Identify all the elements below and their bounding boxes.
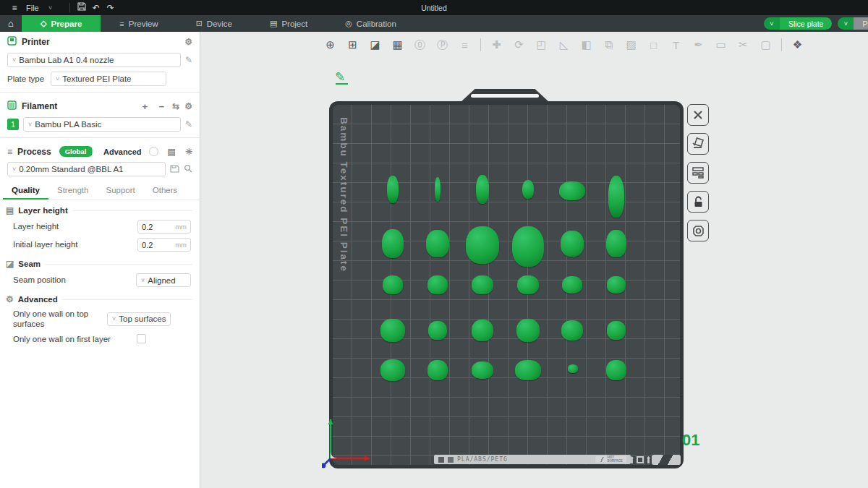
parameter-list-icon[interactable]: ▤ [168,147,176,157]
process-tabs: Quality Strength Support Others [0,179,200,200]
save-preset-icon[interactable] [170,164,179,175]
model-object[interactable] [517,275,539,294]
plate-screws [630,456,650,463]
model-object[interactable] [476,175,489,204]
flush-volumes-icon[interactable]: ⇆ [172,101,179,111]
model-object[interactable] [606,360,626,380]
chevron-down-icon[interactable]: ˅ [43,4,58,12]
edit-plate-name-icon[interactable]: ✎ [335,69,351,85]
delete-plate-button[interactable] [687,104,709,126]
tab-calibration[interactable]: ◎ Calibration [326,15,415,32]
model-object[interactable] [512,226,544,267]
model-object[interactable] [515,360,541,380]
initial-layer-height-input[interactable]: 0.2 mm [137,238,191,252]
tab-others[interactable]: Others [144,183,187,200]
model-object[interactable] [472,320,493,341]
model-object[interactable] [559,181,585,200]
model-object[interactable] [607,321,626,340]
layer-height-input[interactable]: 0.2 mm [137,220,191,234]
undo-icon[interactable]: ↶ [89,3,103,13]
home-button[interactable]: ⌂ [0,15,22,32]
plate-type-select[interactable]: ˅ Textured PEI Plate [51,72,166,86]
filament-edit-icon[interactable]: ✎ [185,119,192,129]
slice-dropdown-icon[interactable]: ˅ [764,17,780,30]
model-object[interactable] [607,276,626,294]
hamburger-icon[interactable]: ≡ [7,3,22,13]
model-object[interactable] [382,229,404,258]
model-object[interactable] [606,230,626,257]
scope-global[interactable]: Global [59,146,93,157]
filament-preset-select[interactable]: ˅ Bambu PLA Basic [23,117,181,132]
tab-quality[interactable]: Quality [3,183,48,200]
print-button[interactable]: ˅ Print [838,17,868,30]
file-menu-label[interactable]: File [26,4,39,12]
model-object[interactable] [568,364,578,373]
printer-edit-icon[interactable]: ✎ [185,55,192,65]
wall-first-layer-checkbox[interactable] [137,334,146,343]
model-object[interactable] [387,176,399,203]
model-object[interactable] [522,180,534,199]
tab-device[interactable]: ⊡ Device [177,15,251,32]
screw-icon [637,456,644,463]
auto-orient-icon[interactable]: ◪ [365,35,385,54]
add-filament-button[interactable]: + [139,101,150,112]
seam-icon: ◪ [6,259,14,269]
viewport-3d[interactable]: ⊕⊞◪▦⓪Ⓟ≡✚⟳◰◺◧⧉▨□T✒▭✂▢❖ ✎ Bambu Textured P… [200,32,868,488]
plate-number[interactable]: 01 [682,431,699,450]
process-preset-select[interactable]: ˅ 0.20mm Standard @BBL A1 [7,162,166,176]
mesh-boolean-icon: □ [644,35,663,54]
model-object[interactable] [383,275,403,294]
filament-settings-gear-icon[interactable]: ⚙ [184,101,192,111]
arrange-plate-button[interactable] [687,162,709,184]
print-dropdown-icon[interactable]: ˅ [838,17,854,30]
model-object[interactable] [435,177,441,202]
model-object[interactable] [472,361,493,379]
color-painting-icon: ✒ [689,35,708,54]
lock-plate-button[interactable] [687,191,709,213]
model-object[interactable] [428,321,447,340]
model-object[interactable] [562,276,582,294]
wizard-icon[interactable]: ✳ [185,147,192,157]
process-scope-toggle[interactable]: Global Objects [59,146,93,157]
printer-settings-gear-icon[interactable]: ⚙ [184,37,192,47]
plate-settings-button[interactable] [687,220,709,241]
slice-plate-button[interactable]: ˅ Slice plate [764,17,832,30]
add-model-icon[interactable]: ⊕ [320,35,340,54]
tab-preview[interactable]: ≡ Preview [101,15,176,32]
seam-position-select[interactable]: ˅ Aligned [136,273,191,287]
caret-down-icon: ˅ [12,166,16,173]
model-object[interactable] [426,230,449,257]
wall-top-select[interactable]: ˅ Top surfaces [107,312,171,326]
tab-strength[interactable]: Strength [48,183,97,200]
model-object[interactable] [380,359,405,381]
remove-filament-button[interactable]: − [156,101,167,112]
model-object[interactable] [516,319,540,342]
filament-slot-badge[interactable]: 1 [7,119,19,130]
search-icon[interactable] [184,164,192,175]
model-object[interactable] [380,319,405,342]
model-object[interactable] [427,275,448,294]
redo-icon[interactable]: ↷ [103,3,118,13]
save-icon[interactable] [75,2,89,13]
model-object[interactable] [608,176,624,218]
tab-support[interactable]: Support [97,183,143,200]
model-object[interactable] [472,275,493,294]
model-object[interactable] [466,226,499,264]
advanced-toggle[interactable] [149,147,158,156]
printer-preset-select[interactable]: ˅ Bambu Lab A1 0.4 nozzle [7,53,181,67]
measure-icon: ▭ [711,35,731,54]
add-plate-icon[interactable]: ⊞ [343,35,362,54]
tab-project[interactable]: ▤ Project [251,15,326,32]
scope-objects[interactable]: Objects [92,146,93,157]
auto-orient-plate-button[interactable] [687,133,709,155]
file-menu[interactable]: ≡ File ˅ [0,0,65,15]
param-label: Layer height [13,221,137,231]
assembly-view-icon[interactable]: ❖ [788,35,807,54]
model-object[interactable] [561,231,584,257]
model-object[interactable] [427,360,448,380]
model-object[interactable] [561,320,583,341]
group-title: Layer height [18,206,67,215]
arrange-icon[interactable]: ▦ [388,35,407,54]
process-preset-value: 0.20mm Standard @BBL A1 [19,165,123,174]
tab-prepare[interactable]: ◇ Prepare [22,15,101,32]
